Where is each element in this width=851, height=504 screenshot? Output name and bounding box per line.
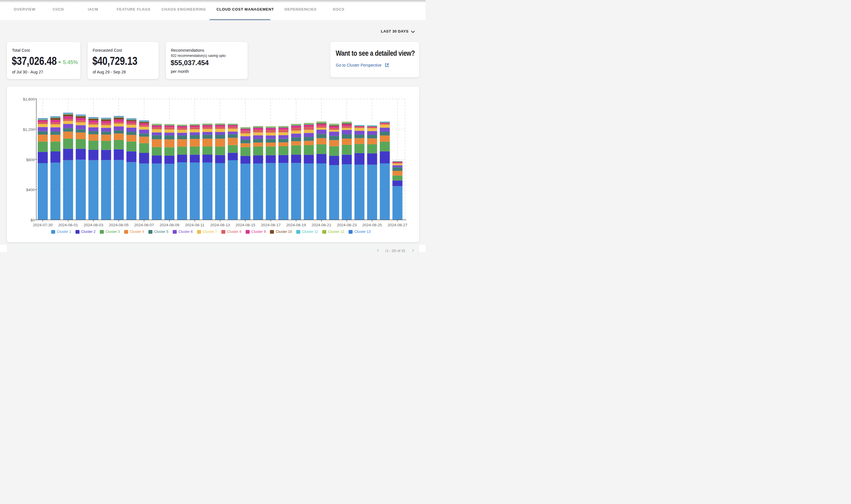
svg-text:$1,200: $1,200 (23, 127, 35, 132)
svg-text:2024-08-17: 2024-08-17 (261, 223, 280, 227)
svg-text:2024-08-19: 2024-08-19 (286, 223, 306, 227)
svg-text:2024-08-07: 2024-08-07 (134, 223, 154, 227)
svg-text:2024-08-23: 2024-08-23 (337, 223, 357, 227)
svg-text:2024-08-01: 2024-08-01 (58, 223, 78, 227)
svg-text:2024-08-27: 2024-08-27 (387, 223, 407, 227)
svg-text:2024-08-05: 2024-08-05 (109, 223, 129, 227)
svg-text:$400: $400 (26, 188, 35, 192)
svg-text:2024-08-03: 2024-08-03 (84, 223, 103, 227)
svg-text:2024-08-15: 2024-08-15 (236, 223, 255, 227)
svg-text:2024-08-09: 2024-08-09 (160, 223, 179, 227)
svg-text:2024-08-25: 2024-08-25 (362, 223, 382, 227)
svg-text:2024-08-13: 2024-08-13 (210, 223, 230, 227)
svg-text:$1,600: $1,600 (23, 97, 35, 102)
svg-text:2024-07-30: 2024-07-30 (33, 223, 53, 227)
svg-text:$0: $0 (30, 218, 35, 222)
svg-text:2024-08-11: 2024-08-11 (185, 223, 205, 227)
svg-text:2024-08-21: 2024-08-21 (312, 223, 331, 227)
svg-text:$800: $800 (26, 158, 35, 162)
